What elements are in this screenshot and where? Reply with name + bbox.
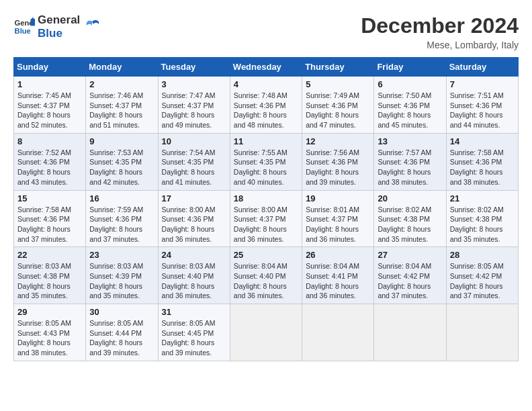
- logo: General Blue General Blue: [13, 13, 101, 41]
- day-info: Sunrise: 7:45 AM Sunset: 4:37 PM Dayligh…: [17, 91, 82, 130]
- day-number: 21: [450, 193, 515, 203]
- day-number: 13: [378, 136, 442, 146]
- daylight-text: Daylight: 8 hours and 35 minutes.: [89, 282, 142, 300]
- sunrise-text: Sunrise: 7:57 AM: [378, 148, 431, 156]
- sunrise-text: Sunrise: 8:03 AM: [162, 262, 216, 270]
- calendar-cell: 23 Sunrise: 8:03 AM Sunset: 4:39 PM Dayl…: [86, 247, 158, 304]
- day-number: 2: [89, 79, 154, 89]
- day-info: Sunrise: 7:50 AM Sunset: 4:36 PM Dayligh…: [378, 91, 442, 130]
- day-number: 17: [162, 193, 226, 203]
- sunrise-text: Sunrise: 7:49 AM: [306, 91, 359, 99]
- day-number: 4: [234, 79, 298, 89]
- sunrise-text: Sunrise: 7:52 AM: [17, 148, 71, 156]
- daylight-text: Daylight: 8 hours and 39 minutes.: [162, 338, 215, 357]
- month-title: December 2024: [361, 13, 519, 38]
- day-number: 9: [89, 136, 154, 146]
- day-info: Sunrise: 8:03 AM Sunset: 4:39 PM Dayligh…: [89, 261, 154, 301]
- day-info: Sunrise: 7:58 AM Sunset: 4:36 PM Dayligh…: [17, 205, 82, 244]
- sunset-text: Sunset: 4:38 PM: [17, 272, 70, 280]
- sunrise-text: Sunrise: 7:58 AM: [17, 205, 71, 214]
- day-number: 25: [234, 250, 298, 260]
- day-info: Sunrise: 8:03 AM Sunset: 4:40 PM Dayligh…: [162, 261, 226, 301]
- sunset-text: Sunset: 4:36 PM: [17, 215, 70, 223]
- header-monday: Monday: [86, 58, 158, 77]
- sunrise-text: Sunrise: 8:04 AM: [378, 262, 431, 270]
- day-number: 12: [306, 136, 370, 146]
- day-number: 31: [162, 307, 226, 317]
- day-info: Sunrise: 8:02 AM Sunset: 4:38 PM Dayligh…: [450, 205, 515, 244]
- sunset-text: Sunset: 4:44 PM: [89, 329, 142, 337]
- calendar-cell: 4 Sunrise: 7:48 AM Sunset: 4:36 PM Dayli…: [230, 77, 302, 134]
- sunrise-text: Sunrise: 7:54 AM: [162, 148, 216, 156]
- sunrise-text: Sunrise: 8:00 AM: [234, 205, 287, 214]
- daylight-text: Daylight: 8 hours and 36 minutes.: [162, 282, 215, 300]
- day-number: 19: [306, 193, 370, 203]
- sunrise-text: Sunrise: 8:02 AM: [450, 205, 504, 214]
- calendar-cell: 13 Sunrise: 7:57 AM Sunset: 4:36 PM Dayl…: [374, 133, 446, 190]
- sunset-text: Sunset: 4:45 PM: [162, 329, 214, 337]
- logo-icon: General Blue: [13, 16, 35, 38]
- day-number: 28: [450, 250, 515, 260]
- daylight-text: Daylight: 8 hours and 51 minutes.: [89, 111, 142, 129]
- sunset-text: Sunset: 4:43 PM: [17, 329, 70, 337]
- day-number: 10: [162, 136, 226, 146]
- calendar-cell: 30 Sunrise: 8:05 AM Sunset: 4:44 PM Dayl…: [86, 304, 158, 361]
- calendar-cell: 20 Sunrise: 8:02 AM Sunset: 4:38 PM Dayl…: [374, 190, 446, 247]
- sunrise-text: Sunrise: 7:46 AM: [89, 91, 143, 99]
- calendar-cell: 31 Sunrise: 8:05 AM Sunset: 4:45 PM Dayl…: [158, 304, 230, 361]
- daylight-text: Daylight: 8 hours and 52 minutes.: [17, 111, 71, 129]
- day-info: Sunrise: 7:47 AM Sunset: 4:37 PM Dayligh…: [162, 91, 226, 130]
- daylight-text: Daylight: 8 hours and 37 minutes.: [450, 282, 503, 300]
- sunset-text: Sunset: 4:36 PM: [162, 215, 214, 223]
- title-block: December 2024 Mese, Lombardy, Italy: [361, 13, 519, 50]
- daylight-text: Daylight: 8 hours and 38 minutes.: [17, 338, 71, 357]
- daylight-text: Daylight: 8 hours and 36 minutes.: [234, 225, 287, 243]
- day-number: 23: [89, 250, 154, 260]
- sunset-text: Sunset: 4:37 PM: [89, 101, 142, 109]
- sunrise-text: Sunrise: 8:05 AM: [89, 319, 143, 327]
- calendar-cell: [302, 304, 374, 361]
- logo-blue: Blue: [38, 27, 80, 40]
- sunrise-text: Sunrise: 7:47 AM: [162, 91, 216, 99]
- daylight-text: Daylight: 8 hours and 37 minutes.: [89, 225, 142, 243]
- sunrise-text: Sunrise: 7:48 AM: [234, 91, 287, 99]
- day-info: Sunrise: 7:59 AM Sunset: 4:36 PM Dayligh…: [89, 205, 154, 244]
- calendar-cell: 14 Sunrise: 7:58 AM Sunset: 4:36 PM Dayl…: [446, 133, 518, 190]
- calendar-week-3: 15 Sunrise: 7:58 AM Sunset: 4:36 PM Dayl…: [14, 190, 519, 247]
- sunrise-text: Sunrise: 7:59 AM: [89, 205, 143, 214]
- day-number: 24: [162, 250, 226, 260]
- header-sunday: Sunday: [14, 58, 86, 77]
- daylight-text: Daylight: 8 hours and 35 minutes.: [17, 282, 71, 300]
- calendar-cell: 29 Sunrise: 8:05 AM Sunset: 4:43 PM Dayl…: [14, 304, 86, 361]
- calendar-cell: 2 Sunrise: 7:46 AM Sunset: 4:37 PM Dayli…: [86, 77, 158, 134]
- calendar-cell: 3 Sunrise: 7:47 AM Sunset: 4:37 PM Dayli…: [158, 77, 230, 134]
- daylight-text: Daylight: 8 hours and 39 minutes.: [306, 168, 359, 186]
- calendar-cell: 27 Sunrise: 8:04 AM Sunset: 4:42 PM Dayl…: [374, 247, 446, 304]
- day-info: Sunrise: 7:56 AM Sunset: 4:36 PM Dayligh…: [306, 148, 370, 187]
- sunrise-text: Sunrise: 8:00 AM: [162, 205, 216, 214]
- daylight-text: Daylight: 8 hours and 36 minutes.: [234, 282, 287, 300]
- daylight-text: Daylight: 8 hours and 42 minutes.: [89, 168, 142, 186]
- sunrise-text: Sunrise: 8:01 AM: [306, 205, 359, 214]
- day-info: Sunrise: 7:48 AM Sunset: 4:36 PM Dayligh…: [234, 91, 298, 130]
- header-wednesday: Wednesday: [230, 58, 302, 77]
- sunset-text: Sunset: 4:35 PM: [234, 158, 286, 166]
- sunrise-text: Sunrise: 7:50 AM: [378, 91, 431, 99]
- sunrise-text: Sunrise: 8:05 AM: [162, 319, 216, 327]
- calendar-cell: 28 Sunrise: 8:05 AM Sunset: 4:42 PM Dayl…: [446, 247, 518, 304]
- day-number: 18: [234, 193, 298, 203]
- day-info: Sunrise: 7:58 AM Sunset: 4:36 PM Dayligh…: [450, 148, 515, 187]
- calendar-cell: 24 Sunrise: 8:03 AM Sunset: 4:40 PM Dayl…: [158, 247, 230, 304]
- calendar-week-4: 22 Sunrise: 8:03 AM Sunset: 4:38 PM Dayl…: [14, 247, 519, 304]
- day-number: 15: [17, 193, 82, 203]
- header-thursday: Thursday: [302, 58, 374, 77]
- day-info: Sunrise: 7:51 AM Sunset: 4:36 PM Dayligh…: [450, 91, 515, 130]
- sunset-text: Sunset: 4:39 PM: [89, 272, 142, 280]
- calendar-week-5: 29 Sunrise: 8:05 AM Sunset: 4:43 PM Dayl…: [14, 304, 519, 361]
- day-number: 11: [234, 136, 298, 146]
- logo-general: General: [38, 13, 80, 27]
- calendar-cell: 22 Sunrise: 8:03 AM Sunset: 4:38 PM Dayl…: [14, 247, 86, 304]
- calendar-cell: 8 Sunrise: 7:52 AM Sunset: 4:36 PM Dayli…: [14, 133, 86, 190]
- sunset-text: Sunset: 4:36 PM: [306, 101, 358, 109]
- sunset-text: Sunset: 4:40 PM: [162, 272, 214, 280]
